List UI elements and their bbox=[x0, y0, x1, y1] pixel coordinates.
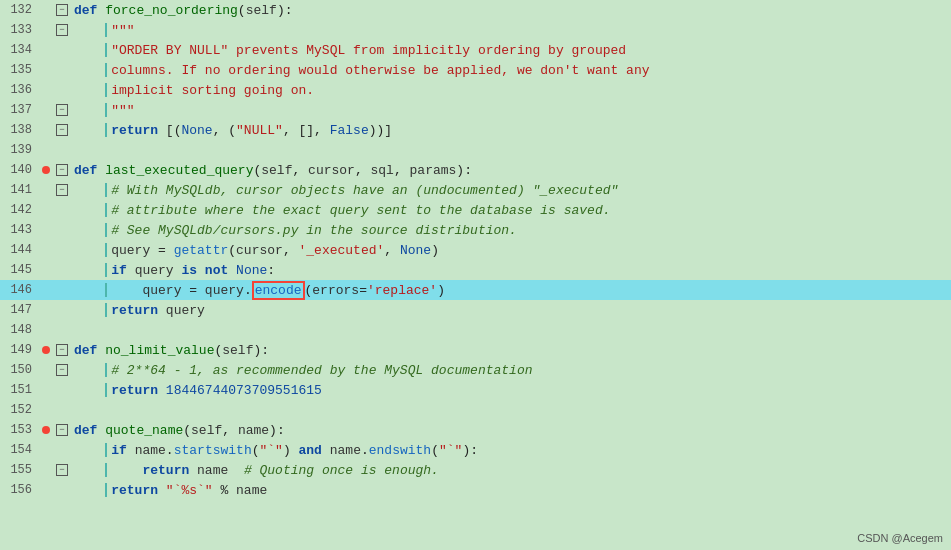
line-number: 133 bbox=[0, 23, 38, 37]
code-line: 143 # See MySQLdb/cursors.py in the sour… bbox=[0, 220, 951, 240]
code-line: 138− return [(None, ("NULL", [], False))… bbox=[0, 120, 951, 140]
line-number: 141 bbox=[0, 183, 38, 197]
code-line: 144 query = getattr(cursor, '_executed',… bbox=[0, 240, 951, 260]
line-number: 140 bbox=[0, 163, 38, 177]
line-number: 143 bbox=[0, 223, 38, 237]
code-text: query = getattr(cursor, '_executed', Non… bbox=[70, 243, 951, 258]
code-line: 154 if name.startswith("`") and name.end… bbox=[0, 440, 951, 460]
line-number: 139 bbox=[0, 143, 38, 157]
code-line: 145 if query is not None: bbox=[0, 260, 951, 280]
line-number: 149 bbox=[0, 343, 38, 357]
breakpoint-dot[interactable] bbox=[42, 426, 50, 434]
fold-icon[interactable]: − bbox=[56, 344, 68, 356]
gutter-fold: − bbox=[54, 124, 70, 136]
line-number: 132 bbox=[0, 3, 38, 17]
code-line: 134 "ORDER BY NULL" prevents MySQL from … bbox=[0, 40, 951, 60]
gutter-breakpoint bbox=[38, 426, 54, 434]
line-number: 145 bbox=[0, 263, 38, 277]
watermark-text: CSDN @Acegem bbox=[857, 532, 943, 544]
fold-icon[interactable]: − bbox=[56, 464, 68, 476]
line-number: 134 bbox=[0, 43, 38, 57]
code-text: if query is not None: bbox=[70, 263, 951, 278]
fold-icon[interactable]: − bbox=[56, 24, 68, 36]
line-number: 135 bbox=[0, 63, 38, 77]
code-line: 153−def quote_name(self, name): bbox=[0, 420, 951, 440]
code-line: 151 return 18446744073709551615 bbox=[0, 380, 951, 400]
code-line: 136 implicit sorting going on. bbox=[0, 80, 951, 100]
gutter-breakpoint bbox=[38, 346, 54, 354]
code-text: # 2**64 - 1, as recommended by the MySQL… bbox=[70, 363, 951, 378]
gutter-fold: − bbox=[54, 464, 70, 476]
code-text: implicit sorting going on. bbox=[70, 83, 951, 98]
code-line: 155− return name # Quoting once is enoug… bbox=[0, 460, 951, 480]
code-line: 142 # attribute where the exact query se… bbox=[0, 200, 951, 220]
gutter-fold: − bbox=[54, 4, 70, 16]
code-line: 137− """ bbox=[0, 100, 951, 120]
code-line: 140−def last_executed_query(self, cursor… bbox=[0, 160, 951, 180]
fold-icon[interactable]: − bbox=[56, 184, 68, 196]
code-text: query = query.encode(errors='replace') bbox=[70, 283, 951, 298]
code-line: 132−def force_no_ordering(self): bbox=[0, 0, 951, 20]
code-editor: 132−def force_no_ordering(self):133− """… bbox=[0, 0, 951, 550]
gutter-fold: − bbox=[54, 344, 70, 356]
line-number: 150 bbox=[0, 363, 38, 377]
fold-icon[interactable]: − bbox=[56, 104, 68, 116]
gutter-fold: − bbox=[54, 24, 70, 36]
code-text: columns. If no ordering would otherwise … bbox=[70, 63, 951, 78]
line-number: 156 bbox=[0, 483, 38, 497]
code-text: """ bbox=[70, 103, 951, 118]
code-text: def quote_name(self, name): bbox=[70, 423, 951, 438]
code-text: # attribute where the exact query sent t… bbox=[70, 203, 951, 218]
line-number: 136 bbox=[0, 83, 38, 97]
line-number: 146 bbox=[0, 283, 38, 297]
code-line: 146 query = query.encode(errors='replace… bbox=[0, 280, 951, 300]
code-line: 135 columns. If no ordering would otherw… bbox=[0, 60, 951, 80]
code-line: 150− # 2**64 - 1, as recommended by the … bbox=[0, 360, 951, 380]
line-number: 137 bbox=[0, 103, 38, 117]
line-number: 138 bbox=[0, 123, 38, 137]
code-text: return "`%s`" % name bbox=[70, 483, 951, 498]
code-text: return [(None, ("NULL", [], False))] bbox=[70, 123, 951, 138]
code-text: # See MySQLdb/cursors.py in the source d… bbox=[70, 223, 951, 238]
line-number: 153 bbox=[0, 423, 38, 437]
code-line: 149−def no_limit_value(self): bbox=[0, 340, 951, 360]
gutter-fold: − bbox=[54, 364, 70, 376]
code-text: "ORDER BY NULL" prevents MySQL from impl… bbox=[70, 43, 951, 58]
breakpoint-dot[interactable] bbox=[42, 346, 50, 354]
line-number: 152 bbox=[0, 403, 38, 417]
line-number: 147 bbox=[0, 303, 38, 317]
code-text: def last_executed_query(self, cursor, sq… bbox=[70, 163, 951, 178]
line-number: 144 bbox=[0, 243, 38, 257]
fold-icon[interactable]: − bbox=[56, 4, 68, 16]
code-line: 133− """ bbox=[0, 20, 951, 40]
fold-icon[interactable]: − bbox=[56, 164, 68, 176]
code-text: return query bbox=[70, 303, 951, 318]
line-number: 154 bbox=[0, 443, 38, 457]
line-number: 151 bbox=[0, 383, 38, 397]
code-line: 141− # With MySQLdb, cursor objects have… bbox=[0, 180, 951, 200]
code-text: # With MySQLdb, cursor objects have an (… bbox=[70, 183, 951, 198]
gutter-fold: − bbox=[54, 164, 70, 176]
line-number: 142 bbox=[0, 203, 38, 217]
code-line: 156 return "`%s`" % name bbox=[0, 480, 951, 500]
code-text: def no_limit_value(self): bbox=[70, 343, 951, 358]
fold-icon[interactable]: − bbox=[56, 364, 68, 376]
fold-icon[interactable]: − bbox=[56, 424, 68, 436]
code-line: 147 return query bbox=[0, 300, 951, 320]
gutter-fold: − bbox=[54, 184, 70, 196]
gutter-breakpoint bbox=[38, 166, 54, 174]
code-line: 139 bbox=[0, 140, 951, 160]
code-text: return 18446744073709551615 bbox=[70, 383, 951, 398]
code-line: 152 bbox=[0, 400, 951, 420]
code-text: return name # Quoting once is enough. bbox=[70, 463, 951, 478]
fold-icon[interactable]: − bbox=[56, 124, 68, 136]
breakpoint-dot[interactable] bbox=[42, 166, 50, 174]
code-line: 148 bbox=[0, 320, 951, 340]
line-number: 155 bbox=[0, 463, 38, 477]
code-text: """ bbox=[70, 23, 951, 38]
gutter-fold: − bbox=[54, 424, 70, 436]
gutter-fold: − bbox=[54, 104, 70, 116]
code-text: def force_no_ordering(self): bbox=[70, 3, 951, 18]
code-text: if name.startswith("`") and name.endswit… bbox=[70, 443, 951, 458]
line-number: 148 bbox=[0, 323, 38, 337]
